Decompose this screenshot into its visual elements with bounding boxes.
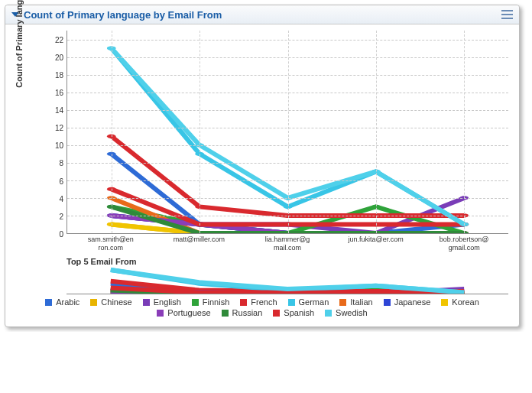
x-category-label: jun.fukita@er.com: [332, 234, 420, 252]
legend-item[interactable]: Spanish: [273, 308, 314, 317]
menu-icon[interactable]: [501, 10, 513, 19]
chart-panel: Count of Primary language by Email From …: [5, 5, 520, 327]
legend-item[interactable]: Swedish: [325, 308, 368, 317]
x-category-label: bob.robertson@gmail.com: [420, 234, 508, 252]
mini-chart-lines: [66, 268, 508, 294]
y-tick: 8: [45, 159, 63, 167]
main-chart: Count of Primary language 02468101214161…: [45, 31, 508, 252]
legend-swatch: [384, 299, 391, 306]
grid-line-v: [376, 31, 377, 233]
legend-swatch: [240, 299, 247, 306]
y-tick: 20: [45, 53, 63, 61]
legend-swatch: [222, 310, 229, 317]
legend-item[interactable]: Arabic: [45, 297, 79, 307]
legend-swatch: [90, 299, 97, 306]
legend-label: Chinese: [101, 297, 131, 307]
legend-swatch: [273, 310, 280, 317]
grid-line-v: [464, 31, 465, 233]
legend-item[interactable]: Finnish: [192, 297, 229, 307]
y-tick: 12: [45, 124, 63, 132]
legend-swatch: [157, 310, 164, 317]
y-axis-label: Count of Primary language: [15, 0, 24, 88]
legend-item[interactable]: Chinese: [90, 297, 131, 307]
legend-label: Arabic: [56, 297, 79, 307]
chart-body: Count of Primary language 02468101214161…: [5, 24, 519, 326]
legend-item[interactable]: Portuguese: [157, 308, 210, 317]
x-category-label: matt@miller.com: [155, 234, 244, 252]
grid-line-v: [288, 31, 289, 233]
legend-label: German: [299, 297, 329, 307]
grid-line-v: [200, 31, 200, 233]
legend-label: English: [154, 297, 181, 307]
legend-swatch: [288, 299, 295, 306]
legend-item[interactable]: Italian: [339, 297, 372, 307]
legend-label: Portuguese: [167, 308, 210, 317]
legend-swatch: [143, 299, 150, 306]
legend-swatch: [325, 310, 332, 317]
legend-label: Italian: [350, 297, 372, 307]
y-tick: 2: [45, 212, 63, 220]
legend-label: French: [251, 297, 277, 307]
x-category-label: sam.smith@enron.com: [66, 234, 155, 252]
legend-item[interactable]: English: [143, 297, 181, 307]
y-tick: 16: [45, 88, 63, 96]
legend-swatch: [45, 299, 52, 306]
legend-item[interactable]: Japanese: [384, 297, 431, 307]
legend: ArabicChineseEnglishFinnishFrenchGermanI…: [11, 294, 513, 323]
legend-label: Swedish: [336, 308, 368, 317]
y-tick: 4: [45, 194, 63, 203]
legend-label: Korean: [452, 297, 478, 307]
x-axis-categories: sam.smith@enron.commatt@miller.comlia.ha…: [66, 234, 508, 252]
y-tick: 22: [45, 35, 63, 44]
legend-item[interactable]: French: [240, 297, 277, 307]
legend-item[interactable]: Korean: [441, 297, 478, 307]
y-tick: 0: [45, 230, 63, 239]
plot-area: [66, 31, 508, 234]
grid-line-v: [112, 31, 112, 233]
y-tick: 14: [45, 106, 63, 115]
legend-item[interactable]: Russian: [222, 308, 263, 317]
legend-swatch: [441, 299, 448, 306]
mini-chart: [66, 268, 508, 294]
legend-label: Spanish: [284, 308, 314, 317]
legend-label: Russian: [232, 308, 263, 317]
legend-item[interactable]: German: [288, 297, 329, 307]
legend-swatch: [192, 299, 199, 306]
y-tick: 6: [45, 177, 63, 185]
legend-label: Finnish: [203, 297, 229, 307]
mini-chart-label: Top 5 Email From: [66, 257, 513, 266]
y-tick: 10: [45, 141, 63, 150]
panel-title: Count of Primary language by Email From: [24, 9, 501, 21]
legend-swatch: [339, 299, 346, 306]
panel-header: Count of Primary language by Email From: [5, 5, 519, 24]
x-category-label: lia.hammer@gmail.com: [243, 234, 332, 252]
legend-label: Japanese: [394, 297, 431, 307]
y-tick: 18: [45, 70, 63, 79]
